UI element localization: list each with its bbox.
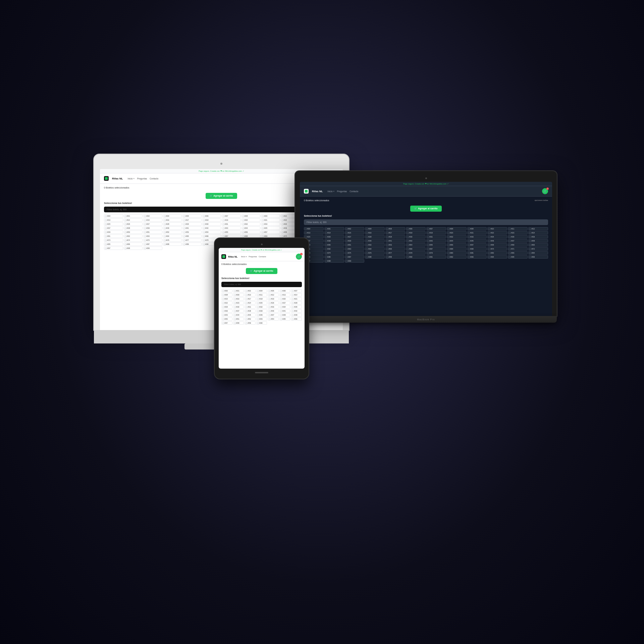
ticket-cell[interactable]: #062 xyxy=(324,247,344,251)
ticket-cell[interactable]: #018 xyxy=(256,297,267,301)
ticket-cell[interactable]: #000 xyxy=(104,214,123,218)
ticket-cell[interactable]: #006 xyxy=(279,289,290,292)
ticket-cell[interactable]: #095 xyxy=(508,255,528,259)
ticket-cell[interactable]: #019 xyxy=(268,297,279,301)
ticket-cell[interactable]: #078 xyxy=(406,251,426,255)
ticket-cell[interactable]: #032 xyxy=(256,305,267,309)
ticket-cell[interactable]: #024 xyxy=(528,231,548,234)
dark-filter-bar[interactable]: Filtrar boleto, ej: 999 xyxy=(304,219,548,225)
ticket-cell[interactable]: #008 xyxy=(447,227,467,230)
ticket-cell[interactable]: #029 xyxy=(182,222,202,226)
ticket-cell[interactable]: #067 xyxy=(426,247,446,251)
ticket-cell[interactable]: #062 xyxy=(124,234,143,238)
ticket-cell[interactable]: #016 xyxy=(365,231,385,234)
ticket-cell[interactable]: #037 xyxy=(233,309,244,313)
ticket-cell[interactable]: #045 xyxy=(245,313,256,317)
ticket-cell[interactable]: #002 xyxy=(245,289,256,292)
ticket-cell[interactable]: #061 xyxy=(104,234,123,238)
ticket-cell[interactable]: #088 xyxy=(365,255,385,259)
ticket-cell[interactable]: #076 xyxy=(365,251,385,255)
ticket-cell[interactable]: #005 xyxy=(268,289,279,292)
ticket-cell[interactable]: #025 xyxy=(256,301,267,305)
ticket-cell[interactable]: #024 xyxy=(245,301,256,305)
ticket-cell[interactable]: #021 xyxy=(291,297,302,301)
tablet-cart-button[interactable]: 🛒 0 xyxy=(296,254,302,260)
ticket-cell[interactable]: #090 xyxy=(406,255,426,259)
ticket-cell[interactable]: #056 xyxy=(447,243,467,247)
ticket-cell[interactable]: #060 xyxy=(528,243,548,247)
ticket-cell[interactable]: #066 xyxy=(406,247,426,251)
ticket-cell[interactable]: #084 xyxy=(528,251,548,255)
dark-nav-home[interactable]: Inicio ▾ xyxy=(327,190,334,193)
ticket-cell[interactable]: #018 xyxy=(202,218,221,222)
ticket-cell[interactable]: #058 xyxy=(487,243,507,247)
ticket-cell[interactable]: #076 xyxy=(163,238,182,242)
ticket-cell[interactable]: #034 xyxy=(279,305,290,309)
ticket-cell[interactable]: #016 xyxy=(233,297,244,301)
tablet-add-cart-button[interactable]: 🛒 Agregar al carrito xyxy=(246,268,277,274)
ticket-cell[interactable]: #026 xyxy=(124,222,143,226)
ticket-cell[interactable]: #041 xyxy=(279,309,290,313)
dark-nav-faq[interactable]: Preguntas xyxy=(337,190,347,193)
ticket-cell[interactable]: #044 xyxy=(447,239,467,243)
ticket-cell[interactable]: #089 xyxy=(182,243,202,246)
ticket-cell[interactable]: #081 xyxy=(467,251,487,255)
ticket-cell[interactable]: #033 xyxy=(261,222,280,226)
ticket-cell[interactable]: #086 xyxy=(124,243,143,246)
ticket-cell[interactable]: #066 xyxy=(202,234,221,238)
ticket-cell[interactable]: #074 xyxy=(324,251,344,255)
ticket-cell[interactable]: #063 xyxy=(345,247,365,251)
ticket-cell[interactable]: #039 xyxy=(256,309,267,313)
ticket-cell[interactable]: #023 xyxy=(233,301,244,305)
add-cart-button[interactable]: 🛒 Agregar al carrito xyxy=(206,193,237,199)
ticket-cell[interactable]: #074 xyxy=(124,238,143,242)
ticket-cell[interactable]: #054 xyxy=(268,317,279,321)
ticket-cell[interactable]: #059 xyxy=(245,321,256,325)
ticket-cell[interactable]: #051 xyxy=(345,243,365,247)
ticket-cell[interactable]: #006 xyxy=(406,227,426,230)
ticket-cell[interactable]: #008 xyxy=(241,214,261,218)
ticket-cell[interactable]: #080 xyxy=(447,251,467,255)
ticket-cell[interactable]: #033 xyxy=(268,305,279,309)
ticket-cell[interactable]: #091 xyxy=(426,255,446,259)
ticket-cell[interactable]: #013 xyxy=(279,293,290,297)
ticket-cell[interactable]: #000 xyxy=(304,227,324,230)
ticket-cell[interactable]: #049 xyxy=(104,230,123,234)
ticket-cell[interactable]: #045 xyxy=(261,226,280,230)
ticket-cell[interactable]: #063 xyxy=(143,234,162,238)
ticket-cell[interactable]: #021 xyxy=(467,231,487,234)
ticket-cell[interactable]: #050 xyxy=(324,243,344,247)
ticket-cell[interactable]: #004 xyxy=(365,227,385,230)
ticket-cell[interactable]: #051 xyxy=(143,230,162,234)
ticket-cell[interactable]: #053 xyxy=(256,317,267,321)
ticket-cell[interactable]: #055 xyxy=(279,317,290,321)
ticket-cell[interactable]: #007 xyxy=(222,214,241,218)
ticket-cell[interactable]: #038 xyxy=(124,226,143,230)
ticket-cell[interactable]: #042 xyxy=(202,226,221,230)
ticket-cell[interactable]: #040 xyxy=(268,309,279,313)
ticket-cell[interactable]: #060 xyxy=(256,321,267,325)
ticket-cell[interactable]: #065 xyxy=(182,234,202,238)
ticket-cell[interactable]: #025 xyxy=(104,222,123,226)
ticket-cell[interactable]: #043 xyxy=(221,313,232,317)
ticket-cell[interactable]: #028 xyxy=(365,235,385,238)
ticket-cell[interactable]: #042 xyxy=(291,309,302,313)
ticket-cell[interactable]: #031 xyxy=(222,222,241,226)
ticket-cell[interactable]: #073 xyxy=(104,238,123,242)
ticket-cell[interactable]: #011 xyxy=(508,227,528,230)
nav-contact[interactable]: Contacto xyxy=(150,177,158,180)
ticket-cell[interactable]: #035 xyxy=(291,305,302,309)
ticket-cell[interactable]: #016 xyxy=(163,218,182,222)
ticket-cell[interactable]: #098 xyxy=(124,247,143,250)
tablet-filter-bar[interactable]: Filtrar boleto, ej: 999 xyxy=(221,282,302,287)
ticket-cell[interactable]: #030 xyxy=(202,222,221,226)
ticket-cell[interactable]: #052 xyxy=(163,230,182,234)
dark-add-cart-button[interactable]: 🛒 Agregar al carrito xyxy=(410,206,441,212)
ticket-cell[interactable]: #077 xyxy=(385,251,405,255)
dark-options-link[interactable]: opciones todas xyxy=(535,199,548,203)
ticket-cell[interactable]: #033 xyxy=(467,235,487,238)
ticket-cell[interactable]: #030 xyxy=(406,235,426,238)
ticket-cell[interactable]: #019 xyxy=(426,231,446,234)
ticket-cell[interactable]: #015 xyxy=(143,218,162,222)
ticket-cell[interactable]: #014 xyxy=(324,231,344,234)
